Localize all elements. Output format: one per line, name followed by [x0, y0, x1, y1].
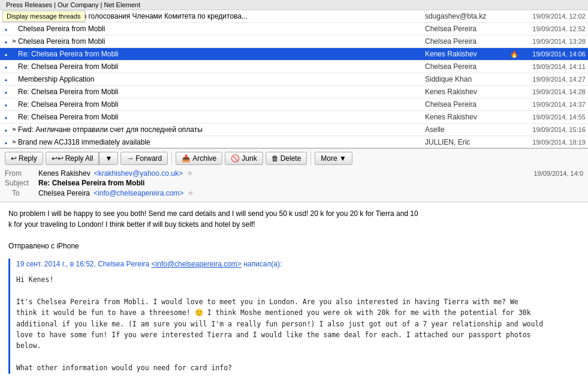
email-subject: Brand new ACJ318 immediately available: [18, 138, 425, 146]
email-row[interactable]: ●⚑Fwd: Англичане отправили счет для посл…: [0, 124, 588, 136]
quoted-text-line: [16, 352, 580, 362]
tooltip-display: Display message threads: [2, 11, 85, 22]
reply-button[interactable]: ↩ Reply: [5, 152, 43, 164]
flag-icon: ⚑: [10, 38, 18, 45]
email-subject: Fwd: Англичане отправили счет для послед…: [18, 125, 425, 134]
email-subject: Chelsea Pereira from Mobli: [18, 37, 425, 46]
forward-label: Forward: [135, 154, 162, 163]
email-row[interactable]: ●Re: Chelsea Pereira from MobliChelsea P…: [0, 98, 588, 111]
email-sender: Siddique Khan: [425, 75, 509, 83]
email-sender: JULLIEN, Eric: [425, 138, 509, 146]
unread-dot-icon: ●: [2, 88, 10, 96]
delete-button[interactable]: 🗑 Delete: [266, 152, 307, 165]
archive-icon: 📥: [182, 154, 191, 163]
body-text-line: k for your traveling to London! I think …: [8, 219, 580, 230]
email-date: 19/09/2014, 14:55: [520, 113, 586, 121]
message-date: 19/09/2014, 14:0: [533, 170, 583, 177]
email-status-icon: 🔥: [509, 50, 520, 58]
email-sender: Chelsea Pereira: [425, 62, 509, 71]
quoted-text-line: additional if you like me. (I am sure yo…: [16, 319, 580, 329]
email-row[interactable]: ●Re: Chelsea Pereira from MobliKenes Rak…: [0, 48, 588, 61]
forward-button[interactable]: → Forward: [120, 152, 168, 165]
email-date: 19/09/2014, 12:02: [520, 13, 586, 20]
email-subject: Chelsea Pereira from Mobli: [18, 25, 425, 33]
email-row[interactable]: ●Chelsea Pereira from MobliChelsea Perei…: [0, 23, 588, 35]
reply-button-group[interactable]: ↩ Reply: [5, 152, 43, 165]
email-row[interactable]: ●⚑Chelsea Pereira from MobliChelsea Pere…: [0, 35, 588, 48]
reply-icon: ↩: [11, 154, 17, 163]
email-date: 19/09/2014, 14:11: [520, 63, 586, 70]
email-subject: Re: Chelsea Pereira from Mobli: [18, 50, 425, 58]
to-email: <info@chelseapereira.com>: [94, 189, 183, 197]
email-date: 19/09/2014, 18:19: [520, 139, 586, 146]
unread-dot-icon: ●: [2, 113, 10, 121]
quoted-text-line: think it would be fun to have a threesom…: [16, 307, 580, 318]
reply-all-button[interactable]: ↩↩ Reply All: [46, 152, 99, 164]
quoted-text-line: love to have some fun! If you were inter…: [16, 329, 580, 340]
delete-icon: 🗑: [272, 154, 279, 163]
unread-dot-icon: ●: [2, 50, 10, 58]
more-label: More ▼: [321, 154, 346, 163]
from-email: <krakhishev@yahoo.co.uk>: [94, 169, 183, 178]
archive-label: Archive: [192, 154, 216, 163]
email-date: 19/09/2014, 13:28: [520, 38, 586, 45]
email-sender: Kenes Rakishev: [425, 88, 509, 96]
delete-label: Delete: [281, 154, 301, 163]
reply-all-dropdown[interactable]: ▼: [99, 152, 117, 164]
email-date: 19/09/2014, 12:52: [520, 25, 586, 32]
email-row[interactable]: ●⚑Brand new ACJ318 immediately available…: [0, 136, 588, 148]
reply-all-button-group[interactable]: ↩↩ Reply All ▼: [46, 152, 119, 165]
email-subject: Membership Application: [18, 75, 425, 83]
email-sender: Chelsea Pereira: [425, 37, 509, 46]
body-text-line: Отправлено с iPhone: [8, 241, 580, 251]
email-subject: Re: Chelsea Pereira from Mobli: [18, 100, 425, 109]
email-date: 19/09/2014, 14:37: [520, 101, 586, 108]
email-sender: Kenes Rakishev: [425, 113, 509, 121]
email-subject: Re: Chelsea Pereira from Mobli: [18, 88, 425, 96]
quoted-text-line: What other information would you need fo…: [16, 362, 580, 373]
quoted-text-line: It's Chelsea Pereira from Mobli. I would…: [16, 296, 580, 307]
quoted-text-line: below.: [16, 340, 580, 351]
breadcrumb: Press Releases | Our Company | Net Eleme…: [6, 1, 140, 8]
message-body: No problem I will be happy to see you bo…: [0, 202, 588, 381]
message-meta: From Kenes Rakishev <krakhishev@yahoo.co…: [5, 169, 583, 197]
quoted-block: 19 сент. 2014 г., в 16:52, Chelsea Perei…: [8, 259, 580, 374]
message-subject: Re: Chelsea Pereira from Mobli: [38, 179, 144, 187]
archive-button[interactable]: 📥 Archive: [176, 152, 222, 165]
toolbar-separator-2: [310, 152, 311, 165]
quoted-text: Hi Kenes! It's Chelsea Pereira from Mobl…: [16, 274, 580, 374]
recipient-star-icon[interactable]: ★: [187, 188, 194, 197]
email-row[interactable]: ●Membership ApplicationSiddique Khan19/0…: [0, 73, 588, 86]
email-row[interactable]: ●Бюллетень заочного голосования Членами …: [0, 10, 588, 23]
email-date: 19/09/2014, 14:06: [520, 50, 586, 58]
email-sender: sdugashev@bta.kz: [425, 12, 509, 20]
body-text-line: No problem I will be happy to see you bo…: [8, 208, 580, 219]
email-date: 19/09/2014, 14:27: [520, 76, 586, 83]
sender-star-icon[interactable]: ★: [186, 169, 194, 178]
more-button[interactable]: More ▼: [315, 152, 352, 165]
to-label: To: [5, 189, 35, 197]
unread-dot-icon: ●: [2, 25, 10, 33]
email-subject: Re: Chelsea Pereira from Mobli: [18, 62, 425, 71]
email-list: ●Бюллетень заочного голосования Членами …: [0, 10, 588, 148]
message-header: ↩ Reply ↩↩ Reply All ▼ → Forward 📥: [0, 149, 588, 202]
quoted-email-link[interactable]: <info@chelseapereira.com>: [152, 260, 242, 268]
unread-dot-icon: ●: [2, 100, 10, 109]
email-sender: Kenes Rakishev: [425, 50, 509, 58]
from-name: Kenes Rakishev: [38, 169, 91, 178]
junk-button[interactable]: 🚫 Junk: [225, 152, 263, 165]
unread-dot-icon: ●: [2, 37, 10, 46]
email-row[interactable]: ●Re: Chelsea Pereira from MobliKenes Rak…: [0, 86, 588, 98]
email-row[interactable]: ●Re: Chelsea Pereira from MobliChelsea P…: [0, 61, 588, 73]
unread-dot-icon: ●: [2, 75, 10, 83]
unread-dot-icon: ●: [2, 62, 10, 71]
reply-label: Reply: [19, 154, 37, 163]
quoted-header: 19 сент. 2014 г., в 16:52, Chelsea Perei…: [16, 259, 580, 269]
email-row[interactable]: ●Re: Chelsea Pereira from MobliKenes Rak…: [0, 111, 588, 124]
email-sender: Chelsea Pereira: [425, 25, 509, 33]
subject-label: Subject: [5, 179, 35, 187]
unread-dot-icon: ●: [2, 125, 10, 134]
forward-icon: →: [126, 154, 134, 163]
quoted-text-line: Hi Kenes!: [16, 274, 580, 285]
toolbar-separator-1: [171, 152, 172, 165]
